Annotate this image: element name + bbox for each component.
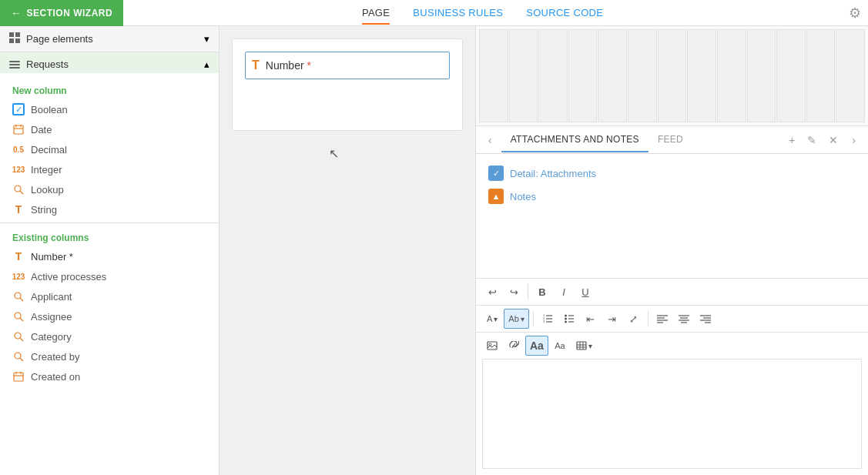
settings-icon[interactable]: ⚙: [842, 0, 868, 26]
requests-section-header[interactable]: Requests ▴: [0, 52, 219, 73]
active-processes-label: Active processes: [31, 271, 106, 283]
sidebar-item-assignee[interactable]: Assignee: [0, 306, 219, 326]
sidebar-item-date[interactable]: Date: [0, 119, 219, 139]
notes-item[interactable]: ▲ Notes: [488, 185, 856, 208]
right-panel: ‹ ATTACHMENTS AND NOTES FEED + ✎ ✕ › ✓ D…: [475, 26, 868, 475]
svg-rect-48: [577, 342, 586, 350]
tab-attachments-notes[interactable]: ATTACHMENTS AND NOTES: [501, 128, 648, 152]
undo-button[interactable]: ↩: [482, 282, 502, 302]
add-attachment-button[interactable]: +: [784, 131, 799, 149]
sidebar-item-integer[interactable]: 123 Integer: [0, 159, 219, 179]
page-canvas[interactable]: T Number * ↖: [220, 26, 475, 475]
tab-feed[interactable]: FEED: [648, 128, 692, 152]
decrease-indent-button[interactable]: ⇤: [581, 309, 601, 329]
new-column-category: New column: [0, 79, 219, 99]
insert-table-button[interactable]: ▾: [571, 336, 597, 356]
svg-line-13: [20, 318, 23, 321]
unordered-list-button[interactable]: [559, 309, 579, 329]
align-left-button[interactable]: [652, 309, 672, 329]
attachments-next-button[interactable]: ›: [849, 131, 859, 149]
svg-point-8: [15, 186, 21, 192]
detail-attachments-item[interactable]: ✓ Detail: Attachments: [488, 162, 856, 185]
right-panel-grid: [476, 26, 868, 126]
font-size-small-button[interactable]: Aa: [550, 336, 570, 356]
sidebar-item-string[interactable]: T String: [0, 199, 219, 219]
svg-point-12: [15, 313, 21, 319]
insert-image-button[interactable]: [482, 336, 502, 356]
redo-button[interactable]: ↪: [504, 282, 524, 302]
boolean-icon: ✓: [12, 103, 25, 115]
sidebar-item-number[interactable]: T Number *: [0, 246, 219, 266]
svg-point-28: [565, 315, 567, 317]
detail-attachments-label: Detail: Attachments: [510, 168, 596, 179]
created-by-label: Created by: [31, 351, 80, 363]
align-center-button[interactable]: [674, 309, 694, 329]
svg-rect-1: [15, 32, 20, 37]
svg-rect-3: [15, 38, 20, 43]
page-elements-chevron: ▾: [204, 33, 209, 45]
grid-cell: [687, 29, 716, 122]
attachments-prev-button[interactable]: ‹: [485, 131, 495, 149]
sidebar-item-active-processes[interactable]: 123 Active processes: [0, 266, 219, 286]
svg-line-15: [20, 338, 23, 341]
italic-button[interactable]: I: [554, 282, 574, 302]
svg-rect-4: [14, 125, 23, 134]
sidebar-item-category[interactable]: Category: [0, 326, 219, 346]
sidebar-item-created-by[interactable]: Created by: [0, 346, 219, 366]
grid-cell: [628, 29, 657, 122]
sidebar-item-lookup[interactable]: Lookup: [0, 179, 219, 199]
close-attachment-button[interactable]: ✕: [824, 131, 843, 149]
increase-indent-button[interactable]: ⇥: [602, 309, 622, 329]
page-elements-header[interactable]: Page elements ▾: [0, 26, 219, 52]
svg-line-9: [20, 191, 23, 194]
font-color-button[interactable]: A ▾: [482, 309, 502, 329]
existing-columns-category: Existing columns: [0, 226, 219, 246]
string-icon: T: [12, 203, 25, 216]
integer-icon: 123: [12, 163, 25, 176]
highlight-button[interactable]: Ab ▾: [504, 309, 528, 329]
svg-rect-0: [9, 32, 14, 37]
cursor-indicator: ↖: [329, 146, 344, 161]
tab-page[interactable]: PAGE: [362, 1, 390, 25]
created-on-label: Created on: [31, 371, 80, 383]
sidebar-item-applicant[interactable]: Applicant: [0, 286, 219, 306]
canvas-card: T Number *: [232, 38, 463, 131]
field-type-icon: T: [252, 59, 260, 72]
grid-cell: [598, 29, 627, 122]
edit-attachment-button[interactable]: ✎: [803, 131, 821, 149]
created-by-lookup-icon: [12, 350, 25, 363]
bold-button[interactable]: B: [532, 282, 552, 302]
toolbar-row-1: ↩ ↪ B I U: [476, 278, 868, 305]
font-size-large-button[interactable]: Aa: [525, 336, 548, 356]
insert-link-button[interactable]: [504, 336, 524, 356]
attachments-panel: ‹ ATTACHMENTS AND NOTES FEED + ✎ ✕ › ✓ D…: [476, 126, 868, 475]
grid-cell: [568, 29, 598, 122]
svg-text:3: 3: [543, 319, 545, 323]
align-right-button[interactable]: [695, 309, 716, 329]
sidebar-item-boolean[interactable]: ✓ Boolean: [0, 99, 219, 119]
underline-button[interactable]: U: [575, 282, 595, 302]
sidebar-item-decimal[interactable]: 0.5 Decimal: [0, 139, 219, 159]
back-arrow-icon: ←: [11, 7, 22, 19]
sidebar-item-created-on[interactable]: Created on: [0, 366, 219, 386]
section-wizard-button[interactable]: ← SECTION WIZARD: [0, 0, 123, 26]
attachments-body: ✓ Detail: Attachments ▲ Notes: [476, 154, 868, 278]
tab-business-rules[interactable]: BUSINESS RULES: [413, 1, 503, 25]
svg-point-47: [489, 343, 491, 346]
assignee-label: Assignee: [31, 311, 72, 323]
page-elements-label: Page elements: [26, 33, 93, 45]
expand-button[interactable]: ⤢: [624, 309, 644, 329]
created-on-calendar-icon: [12, 370, 25, 383]
toolbar-row-3: Aa Aa ▾: [476, 332, 868, 359]
requests-chevron: ▴: [204, 59, 209, 70]
ordered-list-button[interactable]: 1 2 3: [538, 309, 558, 329]
number-field-row[interactable]: T Number *: [245, 52, 450, 79]
string-label: String: [31, 204, 57, 216]
tab-source-code[interactable]: SOURCE CODE: [526, 1, 603, 25]
decimal-icon: 0.5: [12, 143, 25, 156]
notes-editor[interactable]: [482, 359, 862, 469]
grid-cell: [806, 29, 836, 122]
sidebar: Page elements ▾ Requests ▴ New column ✓ …: [0, 26, 220, 475]
svg-point-29: [565, 318, 567, 320]
svg-point-16: [15, 353, 21, 359]
